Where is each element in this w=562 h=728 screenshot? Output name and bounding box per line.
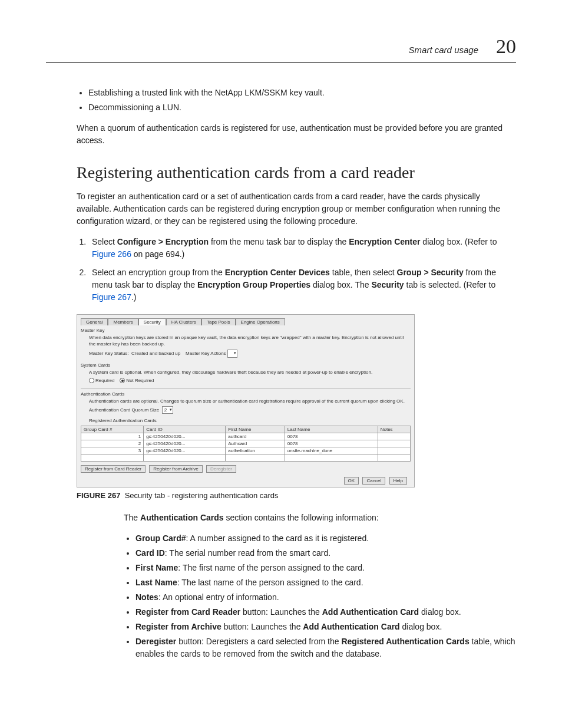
text: on page 694.) [131, 249, 184, 259]
term: First Name [135, 563, 178, 572]
cancel-button[interactable]: Cancel [362, 477, 385, 485]
cell: 1 [81, 433, 144, 440]
dialog-tabs: General Members Security HA Clusters Tap… [81, 318, 411, 325]
cell: gc:4250420d020... [144, 433, 226, 440]
section-name: Authentication Cards [140, 513, 224, 522]
text: : The last name of the person assigned t… [177, 578, 363, 587]
text: button: Deregisters a card selected from… [176, 637, 341, 646]
text: The [124, 513, 140, 522]
auth-cards-label: Authentication Cards [81, 388, 411, 397]
deregister-button[interactable]: Deregister [206, 465, 236, 473]
tab-ha-clusters[interactable]: HA Clusters [166, 318, 201, 325]
radio-required[interactable] [89, 378, 94, 383]
table-row[interactable]: 2 gc:4250420d020... Authcard 0078 [81, 440, 411, 447]
text: section contains the following informati… [224, 513, 379, 522]
after-paragraph: The Authentication Cards section contain… [124, 512, 516, 524]
mk-actions-select[interactable] [227, 350, 237, 357]
term: Deregister [135, 637, 176, 646]
text: from the menu task bar to display the [209, 237, 349, 246]
system-cards-label: System Cards [81, 363, 411, 368]
list-item: Register from Archive button: Launches t… [135, 621, 516, 633]
mk-status-label: Master Key Status: [89, 351, 129, 356]
header-rule [46, 62, 516, 63]
tab-general[interactable]: General [81, 318, 108, 325]
cell: gc:4250420d020... [144, 440, 226, 447]
term: Last Name [135, 578, 177, 587]
figure-caption-text: Security tab - registering authenticatio… [125, 491, 279, 500]
cell: gc:4250420d020... [144, 447, 226, 454]
cell: 2 [81, 440, 144, 447]
procedure-steps: Select Configure > Encryption from the m… [77, 236, 516, 304]
cell: authetication [226, 447, 285, 454]
tab-security[interactable]: Security [138, 318, 166, 325]
quorum-label: Authentication Card Quorum Size [89, 407, 159, 413]
term: Register from Archive [135, 622, 222, 631]
text: : The serial number read from the smart … [165, 548, 330, 558]
text: .) [131, 292, 137, 302]
list-item: Decommissioning a LUN. [88, 101, 516, 114]
cell: 0078 [285, 440, 378, 447]
figure-link[interactable]: Figure 266 [92, 249, 131, 259]
list-item: Register from Card Reader button: Launch… [135, 606, 516, 618]
dialog-name: Add Authentication Card [303, 622, 399, 631]
list-item: Notes: An optional entry of information. [135, 591, 516, 604]
table-row[interactable]: 3 gc:4250420d020... authetication onsite… [81, 447, 411, 454]
tab-members[interactable]: Members [108, 318, 138, 325]
help-button[interactable]: Help [389, 477, 407, 485]
text: : The first name of the person assigned … [178, 563, 364, 572]
cell: authcard [226, 433, 285, 440]
radio-required-label: Required [95, 378, 114, 383]
register-from-card-reader-button[interactable]: Register from Card Reader [81, 465, 146, 473]
menu-path: Configure > Encryption [117, 237, 209, 246]
table-row[interactable]: 1 gc:4250420d020... authcard 0078 [81, 433, 411, 440]
registered-cards-table: Group Card # Card ID First Name Last Nam… [81, 426, 411, 462]
tab-name: Security [371, 280, 404, 289]
col-first-name: First Name [226, 426, 285, 433]
quorum-select[interactable]: 2 [162, 406, 173, 414]
cell: onsite-machine_done [285, 447, 378, 454]
radio-not-required[interactable] [120, 378, 125, 383]
section-intro: To register an authentication card or a … [77, 190, 516, 228]
step-2: Select an encryption group from the Encr… [88, 266, 516, 304]
master-key-desc: When data encryption keys are stored in … [89, 334, 411, 347]
list-item: Group Card#: A number assigned to the ca… [135, 532, 516, 545]
text: dialog box. [400, 622, 442, 631]
master-key-label: Master Key [81, 328, 411, 333]
ok-button[interactable]: OK [344, 477, 359, 485]
tab-tape-pools[interactable]: Tape Pools [201, 318, 236, 325]
dialog-name: Add Authentication Card [322, 607, 419, 617]
tab-engine-operations[interactable]: Engine Operations [236, 318, 285, 325]
section-heading: Registering authentication cards from a … [77, 163, 516, 182]
text: dialog box. (Refer to [420, 237, 497, 246]
system-cards-desc: A system card is optional. When configur… [89, 369, 411, 375]
cell [378, 440, 410, 447]
figure-267: General Members Security HA Clusters Tap… [77, 314, 415, 487]
text: Select [92, 237, 117, 246]
term: Notes [135, 592, 158, 602]
text: dialog box. The [310, 280, 371, 289]
chapter-number: 20 [496, 35, 516, 58]
figure-label: FIGURE 267 [77, 491, 120, 500]
cell [378, 447, 410, 454]
term: Card ID [135, 548, 165, 558]
text: tab is selected. (Refer to [404, 280, 496, 289]
text: : A number assigned to the card as it is… [186, 533, 369, 543]
text: button: Launches the [222, 622, 303, 631]
auth-cards-desc: Authentication cards are optional. Chang… [89, 398, 411, 404]
register-from-archive-button[interactable]: Register from Archive [149, 465, 202, 473]
top-bullet-list: Establishing a trusted link with the Net… [77, 87, 516, 114]
menu-path: Group > Security [397, 268, 464, 277]
col-group-card: Group Card # [81, 426, 144, 433]
table-name: Encryption Center Devices [225, 268, 330, 277]
text: button: Launches the [240, 607, 322, 617]
figure-link[interactable]: Figure 267 [92, 292, 131, 302]
term: Group Card# [135, 533, 186, 543]
col-notes: Notes [378, 426, 410, 433]
list-item: Establishing a trusted link with the Net… [88, 87, 516, 99]
registered-cards-label: Registered Authentication Cards [89, 417, 411, 424]
cell: 0078 [285, 433, 378, 440]
text: dialog box. [419, 607, 461, 617]
table-row[interactable] [81, 454, 411, 461]
cell: 3 [81, 447, 144, 454]
list-item: Deregister button: Deregisters a card se… [135, 635, 516, 660]
